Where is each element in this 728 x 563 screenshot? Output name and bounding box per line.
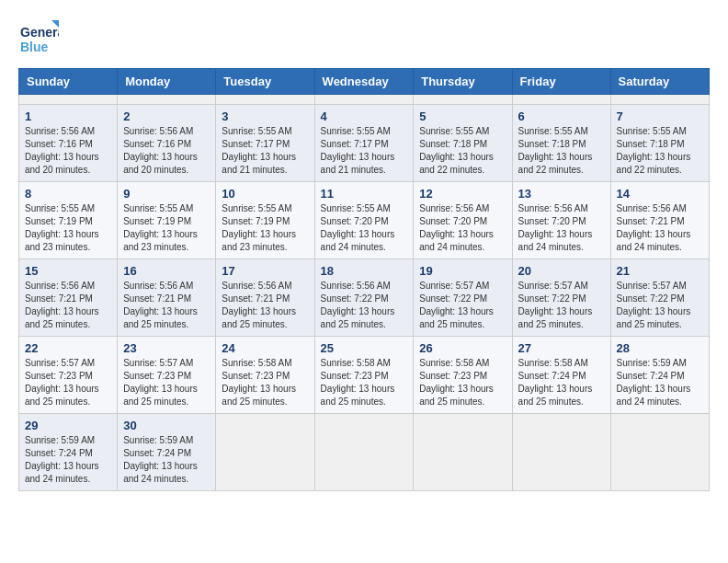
day-info: Sunrise: 5:56 AM Sunset: 7:22 PM Dayligh…	[321, 280, 408, 331]
week-row-0	[19, 95, 710, 105]
logo: General Blue	[18, 18, 59, 59]
day-cell: 8Sunrise: 5:55 AM Sunset: 7:19 PM Daylig…	[19, 182, 118, 259]
day-cell: 28Sunrise: 5:59 AM Sunset: 7:24 PM Dayli…	[610, 337, 709, 414]
day-info: Sunrise: 5:57 AM Sunset: 7:23 PM Dayligh…	[123, 357, 210, 408]
day-cell: 30Sunrise: 5:59 AM Sunset: 7:24 PM Dayli…	[118, 414, 216, 491]
day-cell: 7Sunrise: 5:55 AM Sunset: 7:18 PM Daylig…	[610, 105, 709, 182]
day-cell: 11Sunrise: 5:55 AM Sunset: 7:20 PM Dayli…	[314, 182, 414, 259]
week-row-5: 29Sunrise: 5:59 AM Sunset: 7:24 PM Dayli…	[19, 414, 710, 491]
day-info: Sunrise: 5:55 AM Sunset: 7:17 PM Dayligh…	[321, 125, 408, 177]
header-cell-monday: Monday	[118, 69, 216, 95]
day-info: Sunrise: 5:55 AM Sunset: 7:20 PM Dayligh…	[321, 202, 408, 254]
day-cell: 19Sunrise: 5:57 AM Sunset: 7:22 PM Dayli…	[414, 259, 512, 337]
day-number: 15	[25, 264, 111, 278]
svg-text:General: General	[20, 25, 59, 40]
header-row: SundayMondayTuesdayWednesdayThursdayFrid…	[19, 69, 710, 95]
day-cell: 3Sunrise: 5:55 AM Sunset: 7:17 PM Daylig…	[216, 105, 314, 182]
day-cell: 14Sunrise: 5:56 AM Sunset: 7:21 PM Dayli…	[610, 182, 709, 259]
day-cell	[314, 95, 414, 105]
day-number: 17	[222, 264, 308, 278]
day-number: 23	[123, 341, 210, 355]
day-number: 7	[617, 109, 703, 123]
day-number: 5	[419, 109, 506, 123]
day-cell	[216, 414, 314, 491]
day-number: 20	[518, 264, 605, 278]
day-cell: 17Sunrise: 5:56 AM Sunset: 7:21 PM Dayli…	[216, 259, 314, 337]
day-info: Sunrise: 5:55 AM Sunset: 7:17 PM Dayligh…	[222, 125, 308, 177]
day-cell	[118, 95, 216, 105]
day-number: 24	[222, 341, 308, 355]
day-number: 26	[419, 341, 506, 355]
day-number: 1	[25, 109, 111, 123]
day-cell	[314, 414, 414, 491]
day-cell: 26Sunrise: 5:58 AM Sunset: 7:23 PM Dayli…	[414, 337, 512, 414]
day-cell: 12Sunrise: 5:56 AM Sunset: 7:20 PM Dayli…	[414, 182, 512, 259]
day-number: 11	[321, 187, 408, 201]
day-cell: 13Sunrise: 5:56 AM Sunset: 7:20 PM Dayli…	[512, 182, 610, 259]
day-info: Sunrise: 5:59 AM Sunset: 7:24 PM Dayligh…	[123, 434, 210, 486]
day-info: Sunrise: 5:56 AM Sunset: 7:20 PM Dayligh…	[419, 202, 506, 254]
day-cell: 15Sunrise: 5:56 AM Sunset: 7:21 PM Dayli…	[19, 259, 118, 337]
day-info: Sunrise: 5:58 AM Sunset: 7:23 PM Dayligh…	[419, 357, 506, 408]
day-number: 18	[321, 264, 408, 278]
day-cell	[19, 95, 118, 105]
day-info: Sunrise: 5:55 AM Sunset: 7:19 PM Dayligh…	[123, 202, 210, 254]
day-number: 27	[518, 341, 605, 355]
day-cell: 23Sunrise: 5:57 AM Sunset: 7:23 PM Dayli…	[118, 337, 216, 414]
week-row-4: 22Sunrise: 5:57 AM Sunset: 7:23 PM Dayli…	[19, 337, 710, 414]
day-info: Sunrise: 5:56 AM Sunset: 7:20 PM Dayligh…	[518, 202, 605, 254]
day-number: 22	[25, 341, 111, 355]
day-cell: 21Sunrise: 5:57 AM Sunset: 7:22 PM Dayli…	[610, 259, 709, 337]
day-info: Sunrise: 5:56 AM Sunset: 7:21 PM Dayligh…	[25, 280, 111, 331]
day-number: 6	[518, 109, 605, 123]
week-row-2: 8Sunrise: 5:55 AM Sunset: 7:19 PM Daylig…	[19, 182, 710, 259]
day-cell: 22Sunrise: 5:57 AM Sunset: 7:23 PM Dayli…	[19, 337, 118, 414]
day-number: 14	[617, 187, 703, 201]
day-number: 10	[222, 187, 308, 201]
day-cell	[512, 414, 610, 491]
header-cell-saturday: Saturday	[610, 69, 709, 95]
day-cell: 2Sunrise: 5:56 AM Sunset: 7:16 PM Daylig…	[118, 105, 216, 182]
day-cell: 27Sunrise: 5:58 AM Sunset: 7:24 PM Dayli…	[512, 337, 610, 414]
day-info: Sunrise: 5:56 AM Sunset: 7:21 PM Dayligh…	[617, 202, 703, 254]
day-info: Sunrise: 5:59 AM Sunset: 7:24 PM Dayligh…	[617, 357, 703, 408]
day-cell	[610, 414, 709, 491]
day-info: Sunrise: 5:55 AM Sunset: 7:18 PM Dayligh…	[617, 125, 703, 177]
day-cell: 29Sunrise: 5:59 AM Sunset: 7:24 PM Dayli…	[19, 414, 118, 491]
day-info: Sunrise: 5:57 AM Sunset: 7:23 PM Dayligh…	[25, 357, 111, 408]
day-info: Sunrise: 5:55 AM Sunset: 7:19 PM Dayligh…	[25, 202, 111, 254]
header-cell-wednesday: Wednesday	[314, 69, 414, 95]
day-info: Sunrise: 5:55 AM Sunset: 7:19 PM Dayligh…	[222, 202, 308, 254]
header-cell-sunday: Sunday	[19, 69, 118, 95]
day-number: 13	[518, 187, 605, 201]
week-row-1: 1Sunrise: 5:56 AM Sunset: 7:16 PM Daylig…	[19, 105, 710, 182]
logo-svg: General Blue	[18, 18, 59, 59]
header-cell-friday: Friday	[512, 69, 610, 95]
day-cell	[610, 95, 709, 105]
day-info: Sunrise: 5:56 AM Sunset: 7:16 PM Dayligh…	[25, 125, 111, 177]
day-info: Sunrise: 5:57 AM Sunset: 7:22 PM Dayligh…	[419, 280, 506, 331]
day-cell: 18Sunrise: 5:56 AM Sunset: 7:22 PM Dayli…	[314, 259, 414, 337]
day-info: Sunrise: 5:56 AM Sunset: 7:21 PM Dayligh…	[123, 280, 210, 331]
day-number: 8	[25, 187, 111, 201]
day-info: Sunrise: 5:55 AM Sunset: 7:18 PM Dayligh…	[419, 125, 506, 177]
day-number: 16	[123, 264, 210, 278]
day-cell: 4Sunrise: 5:55 AM Sunset: 7:17 PM Daylig…	[314, 105, 414, 182]
day-number: 28	[617, 341, 703, 355]
day-number: 3	[222, 109, 308, 123]
day-cell: 25Sunrise: 5:58 AM Sunset: 7:23 PM Dayli…	[314, 337, 414, 414]
day-cell: 6Sunrise: 5:55 AM Sunset: 7:18 PM Daylig…	[512, 105, 610, 182]
week-row-3: 15Sunrise: 5:56 AM Sunset: 7:21 PM Dayli…	[19, 259, 710, 337]
day-info: Sunrise: 5:59 AM Sunset: 7:24 PM Dayligh…	[25, 434, 111, 486]
header: General Blue	[18, 18, 710, 59]
day-cell: 24Sunrise: 5:58 AM Sunset: 7:23 PM Dayli…	[216, 337, 314, 414]
calendar-table: SundayMondayTuesdayWednesdayThursdayFrid…	[18, 68, 710, 491]
day-cell: 10Sunrise: 5:55 AM Sunset: 7:19 PM Dayli…	[216, 182, 314, 259]
day-cell	[512, 95, 610, 105]
calendar-body: 1Sunrise: 5:56 AM Sunset: 7:16 PM Daylig…	[19, 95, 710, 491]
day-info: Sunrise: 5:58 AM Sunset: 7:23 PM Dayligh…	[321, 357, 408, 408]
day-number: 12	[419, 187, 506, 201]
day-cell	[216, 95, 314, 105]
day-info: Sunrise: 5:55 AM Sunset: 7:18 PM Dayligh…	[518, 125, 605, 177]
day-cell: 16Sunrise: 5:56 AM Sunset: 7:21 PM Dayli…	[118, 259, 216, 337]
